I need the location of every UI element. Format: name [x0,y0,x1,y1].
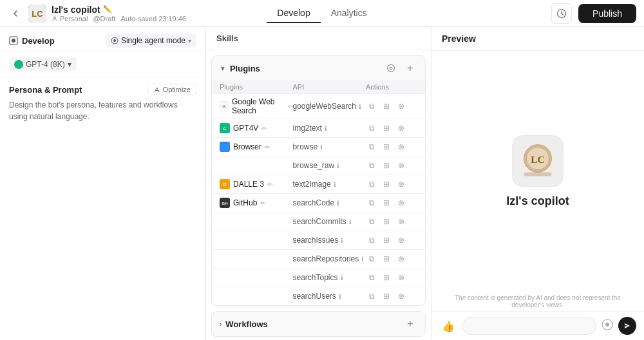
workflows-header-left: › Workflows [220,319,268,329]
svg-point-5 [12,39,15,42]
searchrepos-copy-icon[interactable]: ⧉ [366,253,377,265]
plugin-api-searchrepos: searchRepositories ℹ [293,254,366,263]
plugin-actions-searchrepos: ⧉ ⊞ ⊗ [366,253,417,265]
searchcommits-delete-icon[interactable]: ⊗ [395,216,407,227]
plugin-row-browser-browse: 🌐 Browser ✏ browse ℹ ⧉ ⊞ ⊗ [212,137,425,156]
edit-name-icon[interactable]: ✏️ [103,5,112,14]
preview-voice-icon[interactable] [601,319,613,333]
searchissues-info-icon[interactable]: ℹ [341,237,343,244]
history-button[interactable] [551,3,572,24]
plugins-section-header[interactable]: ▼ Plugins + [212,56,425,80]
mode-selector[interactable]: Single agent mode ▾ [106,33,196,48]
plugin-icon-github: GH [220,198,230,208]
browse-raw-delete-icon[interactable]: ⊗ [395,160,407,171]
workflows-header-right: + [403,317,417,331]
searchcommits-edit2-icon[interactable]: ⊞ [381,216,392,227]
preview-like-icon[interactable]: 👍 [439,320,457,332]
google-edit2-icon[interactable]: ⊞ [381,100,392,112]
plugin-actions-searchtopics: ⧉ ⊞ ⊗ [366,272,417,283]
searchcode-info-icon[interactable]: ℹ [337,200,339,207]
dalle-delete-icon[interactable]: ⊗ [395,178,407,190]
preview-header: Preview [431,27,644,51]
searchcommits-info-icon[interactable]: ℹ [349,218,352,225]
plugin-api-searchissues: searchIssues ℹ [293,236,366,245]
gpt4v-edit2-icon[interactable]: ⊞ [381,122,392,134]
plugins-add-icon[interactable]: + [403,61,417,75]
plugin-api-gpt4v: img2text ℹ [293,124,366,133]
plugin-row-browser-browse-raw: browse_raw ℹ ⧉ ⊞ ⊗ [212,156,425,175]
searchcommits-copy-icon[interactable]: ⧉ [366,216,377,227]
searchissues-edit2-icon[interactable]: ⊞ [381,234,392,246]
plugin-api-google: googleWebSearch ℹ [293,102,366,111]
browse-copy-icon[interactable]: ⧉ [366,141,377,153]
searchusers-delete-icon[interactable]: ⊗ [395,290,407,302]
plugins-chevron-icon: ▼ [220,65,226,72]
searchtopics-copy-icon[interactable]: ⧉ [366,272,377,283]
searchrepos-delete-icon[interactable]: ⊗ [395,253,407,265]
svg-point-26 [605,323,609,326]
preview-body: LC lzl's copilot [431,51,644,292]
bot-avatar: LC [28,5,46,23]
gpt4v-info-icon[interactable]: ℹ [325,125,327,132]
dalle-info-icon[interactable]: ℹ [334,181,336,188]
plugins-settings-icon[interactable] [384,61,398,75]
gpt4v-copy-icon[interactable]: ⧉ [366,122,377,134]
persona-title-row: Persona & Prompt Optimize [9,84,196,95]
searchtopics-delete-icon[interactable]: ⊗ [395,272,407,283]
browse-edit2-icon[interactable]: ⊞ [381,141,392,153]
publish-button[interactable]: Publish [578,4,636,23]
searchcode-delete-icon[interactable]: ⊗ [395,197,407,209]
preview-chat-hint-area: The content is generated by AI and does … [431,292,644,311]
gpt-model-selector[interactable]: GPT-4 (8K) ▾ [9,57,77,71]
tab-develop[interactable]: Develop [267,4,320,23]
searchusers-edit2-icon[interactable]: ⊞ [381,290,392,302]
dalle-edit-icon[interactable]: ✏ [267,181,272,188]
searchusers-info-icon[interactable]: ℹ [339,293,341,300]
searchissues-copy-icon[interactable]: ⧉ [366,234,377,246]
plugin-name-browser: 🌐 Browser ✏ [220,142,293,152]
preview-panel: Preview LC lzl's copilot The content is … [431,27,644,340]
searchrepos-edit2-icon[interactable]: ⊞ [381,253,392,265]
plugin-api-dalle: text2Image ℹ [293,180,366,189]
autosaved-meta: Auto-saved 23:19:46 [120,15,186,23]
google-info-icon[interactable]: ℹ [359,103,361,110]
google-edit-icon[interactable]: ✏ [288,103,293,110]
workflows-add-icon[interactable]: + [403,317,417,331]
searchissues-delete-icon[interactable]: ⊗ [395,234,407,246]
browse-raw-copy-icon[interactable]: ⧉ [366,160,377,171]
optimize-button[interactable]: Optimize [147,84,196,95]
gpt4v-edit-icon[interactable]: ✏ [261,125,267,132]
gpt4v-delete-icon[interactable]: ⊗ [395,122,407,134]
searchcode-edit2-icon[interactable]: ⊞ [381,197,392,209]
svg-text:GH: GH [222,202,228,205]
plugin-actions-searchcommits: ⧉ ⊞ ⊗ [366,216,417,227]
back-button[interactable] [8,6,23,21]
google-delete-icon[interactable]: ⊗ [395,100,407,112]
browse-raw-info-icon[interactable]: ℹ [337,162,339,169]
searchtopics-edit2-icon[interactable]: ⊞ [381,272,392,283]
google-copy-icon[interactable]: ⧉ [366,100,377,112]
draft-meta: @Draft [93,15,115,23]
plugin-actions-gpt4v: ⧉ ⊞ ⊗ [366,122,417,134]
dalle-edit2-icon[interactable]: ⊞ [381,178,392,190]
workflows-chevron-icon: › [220,321,222,328]
workflows-section-header[interactable]: › Workflows + [212,312,425,336]
browse-raw-edit2-icon[interactable]: ⊞ [381,160,392,171]
searchtopics-info-icon[interactable]: ℹ [341,274,343,281]
plugins-table-header: Plugins API Actions [212,80,425,93]
plugins-block: ▼ Plugins + Plugins API Actions [211,55,426,306]
tab-analytics[interactable]: Analytics [321,4,377,23]
browse-delete-icon[interactable]: ⊗ [395,141,407,153]
browse-info-icon[interactable]: ℹ [320,144,323,151]
preview-chat-input[interactable] [462,317,596,335]
searchcode-copy-icon[interactable]: ⧉ [366,197,377,209]
preview-send-button[interactable] [618,317,636,335]
browser-edit-icon[interactable]: ✏ [265,144,270,151]
left-panel: Develop Single agent mode ▾ GPT-4 (8K) ▾… [0,27,206,340]
workflows-block: › Workflows + [211,311,426,337]
dalle-copy-icon[interactable]: ⧉ [366,178,377,190]
searchrepos-info-icon[interactable]: ℹ [361,256,364,263]
searchusers-copy-icon[interactable]: ⧉ [366,290,377,302]
github-edit-icon[interactable]: ✏ [260,200,265,207]
plugin-row-google: G Google Web Search ✏ googleWebSearch ℹ … [212,93,425,118]
